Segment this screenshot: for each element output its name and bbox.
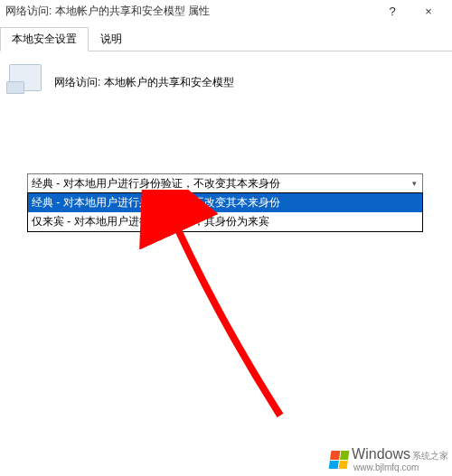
dropdown-option-classic[interactable]: 经典 - 对本地用户进行身份验证，不改变其本来身份 [28,193,422,212]
tab-strip: 本地安全设置 说明 [0,26,452,51]
tab-local-security[interactable]: 本地安全设置 [0,27,89,51]
chevron-down-icon[interactable]: ▾ [410,179,419,188]
tab-description[interactable]: 说明 [89,27,134,51]
help-button[interactable]: ? [374,5,410,18]
watermark: Windows系统之家 www.bjlmfq.com [330,446,448,472]
dropdown-selected: 经典 - 对本地用户进行身份验证，不改变其本来身份 [32,176,410,191]
watermark-brand: Windows [352,446,410,462]
dropdown-field[interactable]: 经典 - 对本地用户进行身份验证，不改变其本来身份 ▾ [27,173,423,193]
windows-logo-icon [329,451,350,469]
close-button[interactable]: × [410,5,447,18]
watermark-suffix: 系统之家 [412,451,448,461]
policy-icon [9,64,45,100]
window-title: 网络访问: 本地帐户的共享和安全模型 属性 [5,4,374,19]
dropdown-option-guest[interactable]: 仅来宾 - 对本地用户进行身份验证，其身份为来宾 [28,212,422,231]
title-bar: 网络访问: 本地帐户的共享和安全模型 属性 ? × [0,0,452,21]
policy-header: 网络访问: 本地帐户的共享和安全模型 [0,51,452,107]
watermark-url: www.bjlmfq.com [353,462,448,472]
dropdown-list: 经典 - 对本地用户进行身份验证，不改变其本来身份 仅来宾 - 对本地用户进行身… [27,192,423,232]
policy-label: 网络访问: 本地帐户的共享和安全模型 [54,75,234,90]
sharing-model-dropdown[interactable]: 经典 - 对本地用户进行身份验证，不改变其本来身份 ▾ 经典 - 对本地用户进行… [27,173,423,232]
